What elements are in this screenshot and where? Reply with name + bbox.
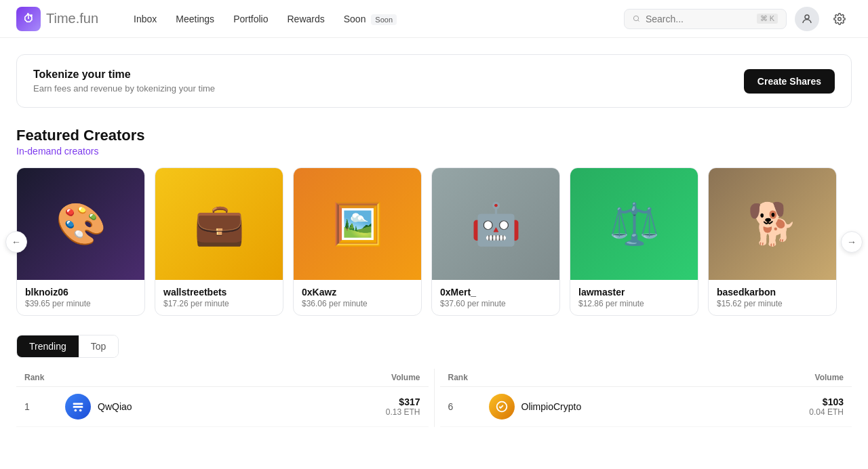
svg-rect-5 xyxy=(73,406,83,408)
search-bar[interactable]: ⌘ K xyxy=(624,9,787,29)
creator-card-body: basedkarbon $15.62 per minute xyxy=(709,280,836,315)
vol-usd-right-1: $103 xyxy=(762,396,844,407)
nav-portfolio[interactable]: Portfolio xyxy=(225,9,276,28)
search-input[interactable] xyxy=(646,14,751,24)
soon-badge: Soon xyxy=(371,14,397,25)
creator-card[interactable]: ⚖️ lawmaster $12.86 per minute xyxy=(570,167,698,316)
col-name-left xyxy=(65,373,339,382)
svg-line-1 xyxy=(638,20,639,22)
nav-soon-label: Soon xyxy=(344,14,366,24)
trending-table-left: Rank Volume 1 QwQiao $317 0.13 ETH xyxy=(16,369,429,427)
header: ⏱ Time.fun Inbox Meetings Portfolio Rewa… xyxy=(0,0,868,38)
user-info-left-1: QwQiao xyxy=(65,394,339,420)
creator-price: $36.06 per minute xyxy=(302,299,413,308)
user-icon xyxy=(801,13,813,25)
creator-price: $37.60 per minute xyxy=(440,299,551,308)
tab-top[interactable]: Top xyxy=(79,335,119,357)
trending-table-right: Rank Volume 6 OlimpioCrypto $103 0.04 ET… xyxy=(440,369,852,427)
carousel-next-button[interactable]: → xyxy=(841,231,863,253)
main-nav: Inbox Meetings Portfolio Rewards Soon So… xyxy=(125,9,405,28)
table-divider xyxy=(434,369,435,427)
col-rank-right: Rank xyxy=(448,373,489,382)
rank-right-1: 6 xyxy=(448,401,489,412)
svg-point-0 xyxy=(633,16,638,20)
creator-price: $15.62 per minute xyxy=(717,299,828,308)
creator-image: ⚖️ xyxy=(570,168,698,280)
tab-trending[interactable]: Trending xyxy=(17,335,79,357)
nav-inbox[interactable]: Inbox xyxy=(125,9,165,28)
svg-point-3 xyxy=(838,17,842,20)
creator-image: 🎨 xyxy=(17,168,144,280)
create-shares-button[interactable]: Create Shares xyxy=(744,69,835,94)
creator-image: 🤖 xyxy=(432,168,559,280)
col-volume-left: Volume xyxy=(339,373,420,382)
nav-rewards[interactable]: Rewards xyxy=(279,9,332,28)
table-row: 1 QwQiao $317 0.13 ETH xyxy=(16,387,429,427)
nav-soon[interactable]: Soon Soon xyxy=(336,9,405,28)
logo-main-text: Time xyxy=(46,11,76,26)
settings-button[interactable] xyxy=(827,7,852,31)
creator-name: basedkarbon xyxy=(717,287,828,298)
gear-icon xyxy=(833,13,846,25)
creator-price: $17.26 per minute xyxy=(163,299,275,308)
creator-card-body: wallstreetbets $17.26 per minute xyxy=(155,280,283,315)
vol-usd-left-1: $317 xyxy=(339,396,420,407)
rank-left-1: 1 xyxy=(24,401,65,412)
creator-name: 0xKawz xyxy=(302,287,413,298)
creator-image: 🐕 xyxy=(709,168,836,280)
svg-point-6 xyxy=(75,409,77,412)
col-volume-right: Volume xyxy=(762,373,844,382)
search-shortcut: ⌘ K xyxy=(757,14,778,24)
user-avatar-button[interactable] xyxy=(795,7,819,31)
user-avatar-right-1 xyxy=(489,394,515,420)
table-header-right: Rank Volume xyxy=(440,369,852,387)
username-left-1: QwQiao xyxy=(98,401,132,412)
banner-title: Tokenize your time xyxy=(33,68,215,81)
creator-image: 🖼️ xyxy=(294,168,421,280)
creator-card[interactable]: 🤖 0xMert_ $37.60 per minute xyxy=(431,167,560,316)
col-rank-left: Rank xyxy=(24,373,65,382)
featured-creators-section: Featured Creators In-demand creators ← 🎨… xyxy=(16,127,852,316)
creator-image: 💼 xyxy=(155,168,283,280)
volume-left-1: $317 0.13 ETH xyxy=(339,396,420,417)
table-header-left: Rank Volume xyxy=(16,369,429,387)
creators-carousel: ← 🎨 blknoiz06 $39.65 per minute 💼 wallst… xyxy=(16,167,852,316)
carousel-prev-button[interactable]: ← xyxy=(5,231,27,253)
logo-icon: ⏱ xyxy=(16,7,41,31)
tokenize-banner: Tokenize your time Earn fees and revenue… xyxy=(16,54,852,108)
logo[interactable]: ⏱ Time.fun xyxy=(16,7,98,31)
creators-list: 🎨 blknoiz06 $39.65 per minute 💼 wallstre… xyxy=(16,167,852,316)
creator-name: 0xMert_ xyxy=(440,287,551,298)
username-right-1: OlimpioCrypto xyxy=(521,401,582,412)
creator-card[interactable]: 💼 wallstreetbets $17.26 per minute xyxy=(155,167,283,316)
svg-point-2 xyxy=(805,15,809,19)
creator-price: $12.86 per minute xyxy=(578,299,690,308)
featured-title: Featured Creators xyxy=(16,127,852,144)
creator-name: lawmaster xyxy=(578,287,690,298)
creator-card-body: lawmaster $12.86 per minute xyxy=(570,280,698,315)
creator-card-body: blknoiz06 $39.65 per minute xyxy=(17,280,144,315)
nav-meetings[interactable]: Meetings xyxy=(167,9,222,28)
creator-price: $39.65 per minute xyxy=(25,299,136,308)
user-info-right-1: OlimpioCrypto xyxy=(489,394,763,420)
header-right: ⌘ K xyxy=(624,7,852,31)
banner-text: Tokenize your time Earn fees and revenue… xyxy=(33,68,215,94)
creator-name: wallstreetbets xyxy=(163,287,275,298)
creator-card-body: 0xKawz $36.06 per minute xyxy=(294,280,421,315)
logo-text: Time.fun xyxy=(46,11,98,26)
table-row: 6 OlimpioCrypto $103 0.04 ETH xyxy=(440,387,852,427)
creator-name: blknoiz06 xyxy=(25,287,136,298)
trending-section: Trending Top Rank Volume 1 QwQiao $317 xyxy=(16,335,852,427)
trending-table: Rank Volume 1 QwQiao $317 0.13 ETH xyxy=(16,369,852,427)
creator-card[interactable]: 🖼️ 0xKawz $36.06 per minute xyxy=(293,167,422,316)
vol-eth-left-1: 0.13 ETH xyxy=(339,407,420,417)
creator-card[interactable]: 🎨 blknoiz06 $39.65 per minute xyxy=(16,167,145,316)
trending-tabs: Trending Top xyxy=(16,335,119,358)
volume-right-1: $103 0.04 ETH xyxy=(762,396,844,417)
svg-rect-4 xyxy=(73,403,83,405)
search-icon xyxy=(633,14,640,24)
banner-subtitle: Earn fees and revenue by tokenizing your… xyxy=(33,83,215,94)
logo-suffix-text: .fun xyxy=(76,11,98,26)
creator-card[interactable]: 🐕 basedkarbon $15.62 per minute xyxy=(708,167,837,316)
creator-card-body: 0xMert_ $37.60 per minute xyxy=(432,280,559,315)
